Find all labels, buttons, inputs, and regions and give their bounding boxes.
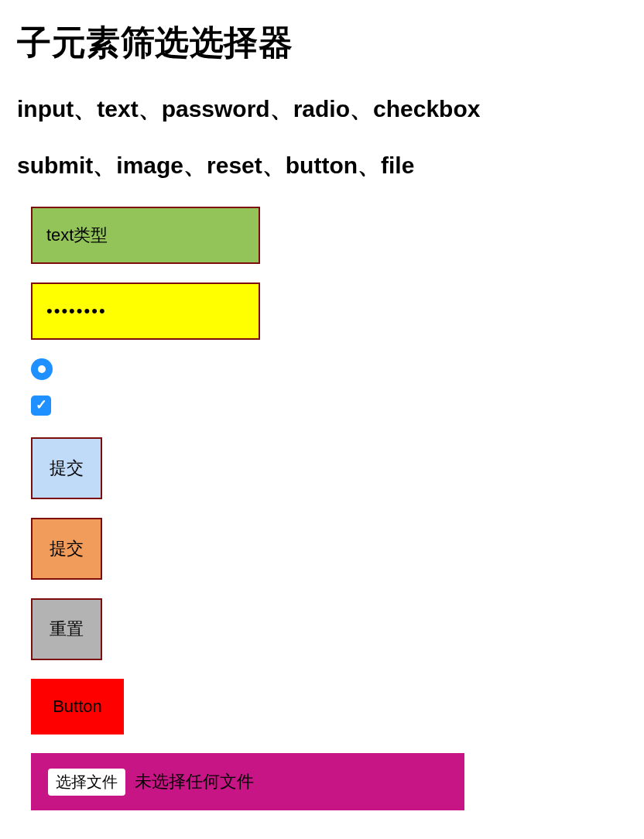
radio-input[interactable] bbox=[31, 358, 53, 380]
text-input[interactable] bbox=[31, 207, 260, 264]
subtitle-line-2: submit、image、reset、button、file bbox=[17, 150, 627, 182]
checkbox-input[interactable] bbox=[31, 396, 51, 416]
file-choose-label: 选择文件 bbox=[48, 769, 125, 796]
reset-button[interactable]: 重置 bbox=[31, 598, 102, 660]
generic-button[interactable]: Button bbox=[31, 679, 124, 735]
file-status-label: 未选择任何文件 bbox=[135, 770, 254, 793]
subtitle-line-1: input、text、password、radio、checkbox bbox=[17, 94, 627, 125]
file-input[interactable]: 选择文件 未选择任何文件 bbox=[31, 753, 464, 810]
submit-button[interactable]: 提交 bbox=[31, 437, 102, 499]
image-submit-button[interactable]: 提交 bbox=[31, 518, 102, 580]
page-title: 子元素筛选选择器 bbox=[17, 20, 627, 66]
demo-form: 提交 提交 重置 Button 选择文件 未选择任何文件 bbox=[31, 207, 627, 810]
password-input[interactable] bbox=[31, 283, 260, 340]
